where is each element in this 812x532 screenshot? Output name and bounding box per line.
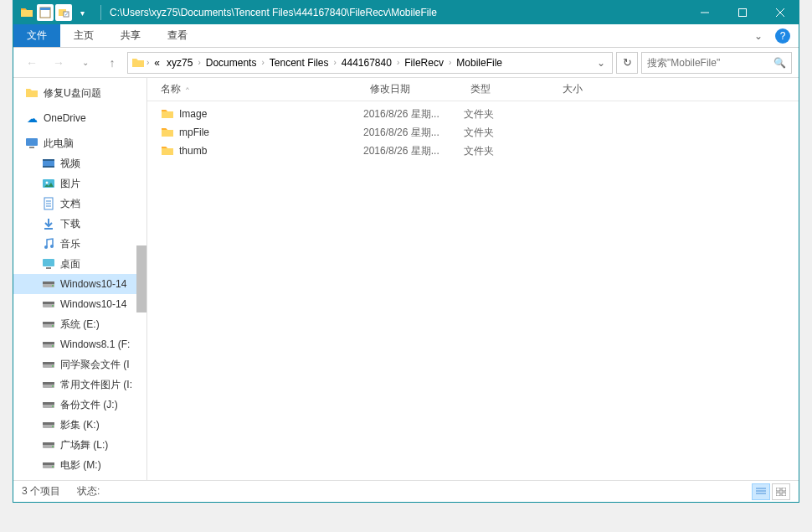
sidebar-item-label: 系统 (E:) [60, 318, 100, 332]
sidebar-item-drive-8[interactable]: 系统 (E:) [13, 314, 146, 334]
crumb-user[interactable]: xyz75 [163, 57, 196, 69]
file-row[interactable]: mpFile2016/8/26 星期...文件夹 [154, 123, 799, 142]
sidebar-item-video-0[interactable]: 视频 [13, 153, 146, 173]
drive-icon [42, 458, 55, 472]
qat-newfolder-icon[interactable]: ✓ [55, 4, 72, 21]
svg-rect-29 [43, 302, 54, 304]
sidebar-item-drive-7[interactable]: Windows10-14 [13, 294, 146, 314]
sidebar-item-label: Windows8.1 (F: [60, 338, 130, 350]
drive-icon [42, 418, 55, 431]
address-dropdown-icon[interactable]: ⌄ [594, 57, 609, 69]
chevron-icon[interactable]: › [145, 58, 151, 67]
sidebar-item-drive-6[interactable]: Windows10-14 [13, 274, 146, 294]
sidebar-item-drive-9[interactable]: Windows8.1 (F: [13, 334, 146, 354]
svg-point-42 [52, 385, 54, 387]
address-folder-icon [131, 56, 145, 70]
nav-forward-button[interactable]: → [47, 51, 70, 75]
sidebar-item-label: 视频 [60, 157, 80, 171]
tab-file[interactable]: 文件 [13, 24, 60, 47]
app-icon [18, 4, 35, 21]
svg-point-54 [52, 466, 54, 467]
sidebar-item-download-3[interactable]: 下载 [13, 214, 146, 234]
qat-customize-icon[interactable]: ▾ [74, 4, 90, 21]
svg-rect-26 [43, 281, 54, 284]
crumb-ellipsis[interactable]: « [151, 57, 163, 69]
file-list[interactable]: Image2016/8/26 星期...文件夹mpFile2016/8/26 星… [147, 101, 799, 480]
desktop-icon [42, 257, 55, 271]
crumb-tencent[interactable]: Tencent Files [266, 57, 332, 69]
crumb-documents[interactable]: Documents [203, 57, 260, 69]
svg-point-21 [44, 245, 48, 249]
sidebar-item-drive-11[interactable]: 常用文件图片 (I: [13, 374, 146, 395]
sidebar-quickfix[interactable]: 修复U盘问题 [13, 83, 146, 103]
tab-view[interactable]: 查看 [154, 24, 201, 47]
column-type[interactable]: 类型 [464, 82, 556, 96]
music-icon [42, 237, 55, 251]
sidebar-item-label: 广场舞 (L:) [60, 438, 108, 452]
crumb-qqnum[interactable]: 444167840 [338, 57, 395, 69]
svg-point-22 [50, 245, 54, 248]
sidebar-item-label: 音乐 [60, 237, 80, 251]
refresh-button[interactable]: ↻ [616, 52, 638, 74]
file-row[interactable]: thumb2016/8/26 星期...文件夹 [154, 142, 799, 160]
tab-share[interactable]: 共享 [107, 24, 154, 47]
computer-icon [25, 137, 39, 150]
sidebar-item-drive-12[interactable]: 备份文件 (J:) [13, 395, 146, 415]
sidebar-item-drive-soft-16[interactable]: 软件 (N:) [13, 475, 146, 480]
file-row[interactable]: Image2016/8/26 星期...文件夹 [154, 105, 799, 123]
column-date[interactable]: 修改日期 [363, 82, 464, 96]
nav-back-button[interactable]: ← [20, 51, 44, 75]
view-thumbnails-button[interactable] [772, 483, 790, 500]
crumb-filerecv[interactable]: FileRecv [401, 57, 447, 69]
maximize-button[interactable] [723, 1, 761, 24]
nav-recent-dropdown[interactable]: ⌄ [74, 51, 97, 75]
sidebar-item-picture-1[interactable]: 图片 [13, 173, 146, 194]
sidebar-thispc[interactable]: 此电脑 [13, 133, 146, 153]
sidebar-item-label: OneDrive [44, 112, 86, 124]
drive-icon [42, 318, 55, 331]
close-button[interactable] [761, 1, 799, 24]
sidebar-item-drive-13[interactable]: 影集 (K:) [13, 415, 146, 435]
sidebar-item-document-2[interactable]: 文档 [13, 194, 146, 214]
svg-rect-32 [43, 322, 54, 324]
column-name[interactable]: 名称^ [154, 82, 363, 96]
crumb-mobilefile[interactable]: MobileFile [453, 57, 506, 69]
sidebar-item-label: 备份文件 (J:) [60, 398, 118, 412]
search-box[interactable]: 🔍 [641, 52, 792, 74]
address-bar[interactable]: › « xyz75› Documents› Tencent Files› 444… [127, 52, 613, 74]
sidebar-onedrive[interactable]: ☁ OneDrive [13, 108, 146, 128]
minimize-button[interactable] [686, 1, 723, 24]
sidebar-item-label: 图片 [60, 177, 80, 191]
tab-home[interactable]: 主页 [60, 24, 107, 47]
sidebar-item-label: 此电脑 [44, 137, 74, 151]
svg-rect-53 [43, 462, 54, 465]
drive-icon [42, 358, 55, 371]
help-icon[interactable]: ? [775, 28, 790, 44]
svg-point-30 [52, 305, 54, 307]
column-size[interactable]: 大小 [556, 82, 623, 96]
nav-up-button[interactable]: ↑ [100, 51, 124, 75]
ribbon-tabs: 文件 主页 共享 查看 ⌄ ? [13, 24, 799, 48]
sidebar-item-music-4[interactable]: 音乐 [13, 234, 146, 254]
qat-properties-icon[interactable] [37, 4, 54, 21]
svg-rect-10 [29, 147, 34, 148]
svg-rect-12 [43, 159, 54, 161]
search-input[interactable] [647, 57, 773, 69]
ribbon-expand-icon[interactable]: ⌄ [748, 30, 768, 42]
drive-icon [42, 378, 55, 391]
svg-point-15 [46, 182, 49, 184]
view-details-button[interactable] [752, 483, 770, 500]
sidebar-scrollbar-thumb[interactable] [136, 245, 146, 312]
svg-rect-61 [776, 488, 780, 491]
sidebar-item-drive-14[interactable]: 广场舞 (L:) [13, 435, 146, 455]
folder-icon [25, 86, 39, 100]
drive-icon [42, 438, 55, 452]
sidebar-item-desktop-5[interactable]: 桌面 [13, 254, 146, 274]
sidebar-item-drive-15[interactable]: 电影 (M:) [13, 455, 146, 475]
svg-rect-23 [43, 259, 54, 266]
search-icon[interactable]: 🔍 [773, 57, 786, 69]
status-state-label: 状态: [77, 484, 100, 498]
navbar: ← → ⌄ ↑ › « xyz75› Documents› Tencent Fi… [13, 48, 799, 78]
drive-icon [42, 297, 55, 311]
sidebar-item-drive-10[interactable]: 同学聚会文件 (I [13, 354, 146, 374]
